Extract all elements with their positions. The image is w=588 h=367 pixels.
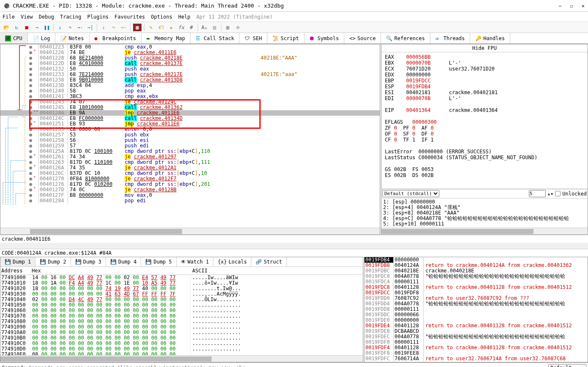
minimize-button[interactable]: — bbox=[558, 3, 561, 9]
tab-symbols[interactable]: ⬢Symbols bbox=[305, 33, 345, 43]
tab-callstack[interactable]: ☰Call Stack bbox=[191, 33, 240, 43]
bookmark-icon[interactable]: ★ bbox=[167, 24, 175, 31]
tab-script[interactable]: 📜Script bbox=[267, 33, 304, 43]
step-over-icon[interactable]: ↷ bbox=[66, 24, 74, 31]
tab-callstack-label: Call Stack bbox=[204, 35, 234, 41]
pause-icon[interactable]: ❚❚ bbox=[43, 24, 51, 31]
hex-row[interactable]: 774910E008 00 00 00 00 00 00 00 00 00 00… bbox=[0, 352, 363, 355]
tab-references[interactable]: 🔍References bbox=[381, 33, 430, 43]
stack-row[interactable]: 0019FDFC7606714Areturn to user32.7606714… bbox=[365, 356, 588, 362]
restart-icon[interactable]: ↻ bbox=[13, 24, 20, 31]
command-mode-select[interactable]: Default bbox=[548, 364, 586, 367]
svg-rect-3 bbox=[7, 7, 9, 8]
tab-threads-label: Threads bbox=[444, 35, 465, 41]
patches-icon[interactable]: ▦ bbox=[133, 24, 142, 31]
calling-convention-select[interactable]: Default (stdcall) bbox=[382, 190, 439, 197]
unlocked-label: Unlocked bbox=[562, 191, 587, 197]
log-icon: 📄 bbox=[33, 35, 39, 41]
callstack-icon: ☰ bbox=[196, 35, 201, 41]
maximize-button[interactable]: ☐ bbox=[570, 3, 573, 9]
tab-threads[interactable]: ⇉Threads bbox=[430, 33, 471, 43]
tab-seh-label: SEH bbox=[253, 35, 262, 41]
menu-debug[interactable]: Debug bbox=[39, 14, 54, 20]
tab-seh[interactable]: 🛡SEH bbox=[240, 33, 267, 43]
trace-over-icon[interactable]: ↷ bbox=[110, 24, 117, 31]
dump-tab-3[interactable]: 💾Dump 3 bbox=[71, 257, 106, 266]
tab-symbols-label: Symbols bbox=[318, 35, 339, 41]
tab-handles[interactable]: 🔑Handles bbox=[470, 33, 510, 43]
cpu-icon: ⬛ bbox=[5, 35, 11, 41]
stop-icon[interactable]: ■ bbox=[23, 24, 30, 31]
dump-pane[interactable]: 💾Dump 1 💾Dump 2 💾Dump 3 💾Dump 4 💾Dump 5 … bbox=[0, 257, 363, 362]
script-icon: 📜 bbox=[272, 35, 278, 41]
hash-icon[interactable]: # bbox=[188, 24, 195, 31]
threads-icon: ⇉ bbox=[436, 35, 441, 41]
disassembly-pane[interactable]: ●0040122383F8 00cmp eax,0●˅0040122674 BE… bbox=[0, 44, 380, 235]
menu-plugins[interactable]: Plugins bbox=[87, 14, 109, 20]
dump-tab-1[interactable]: 💾Dump 1 bbox=[0, 257, 35, 266]
menu-help[interactable]: Help bbox=[178, 14, 191, 20]
tab-handles-label: Handles bbox=[483, 35, 505, 41]
watch-tab[interactable]: 👁Watch 1 bbox=[177, 257, 214, 266]
menu-file[interactable]: File bbox=[3, 14, 15, 20]
tab-source[interactable]: <>Source bbox=[344, 33, 381, 43]
menu-options[interactable]: Options bbox=[151, 14, 172, 20]
menu-favourites[interactable]: Favourites bbox=[114, 14, 145, 20]
arg-line: 5: [esp+10] 00000111 bbox=[383, 221, 586, 227]
disasm-scrollbar[interactable] bbox=[0, 228, 380, 234]
tab-cpu-label: CPU bbox=[13, 35, 22, 41]
tab-memorymap[interactable]: ▬Memory Map bbox=[142, 33, 191, 43]
menu-view[interactable]: View bbox=[21, 14, 33, 20]
dump-tab-5[interactable]: 💾Dump 5 bbox=[141, 257, 176, 266]
tab-script-label: Script bbox=[280, 35, 299, 41]
disasm-row[interactable]: ●00401284pop edi bbox=[0, 198, 380, 204]
notes-icon: 📝 bbox=[60, 35, 66, 41]
trace-out-icon[interactable]: →· bbox=[120, 24, 128, 31]
run-to-icon[interactable]: →| bbox=[87, 24, 94, 31]
memory-icon: ▬ bbox=[147, 35, 152, 41]
trace-into-icon[interactable]: ↓ bbox=[100, 24, 107, 31]
label-icon[interactable]: 🏷 bbox=[157, 24, 165, 31]
struct-icon: 🧬 bbox=[256, 259, 262, 265]
comment-icon[interactable]: ✎ bbox=[147, 24, 155, 31]
registers-pane[interactable]: Hide FPU EAX 000056BBEBX 0000070B L'-'EC… bbox=[381, 44, 588, 235]
hex-header: Address Hex ASCII bbox=[0, 267, 363, 275]
struct-tab[interactable]: 🧬Struct bbox=[251, 257, 286, 266]
open-icon[interactable]: 📂 bbox=[3, 24, 10, 31]
tab-notes[interactable]: 📝Notes bbox=[55, 33, 89, 43]
font-icon[interactable]: A₂ bbox=[201, 24, 208, 31]
tab-breakpoints[interactable]: ●Breakpoints bbox=[90, 33, 142, 43]
tab-cpu[interactable]: ⬛CPU bbox=[0, 33, 28, 43]
watch-icon: 👁 bbox=[181, 259, 186, 265]
calculator-icon[interactable]: ▦ bbox=[224, 24, 231, 31]
dump-tab-4[interactable]: 💾Dump 4 bbox=[106, 257, 141, 266]
hex-scrollbar[interactable] bbox=[0, 355, 363, 362]
function-icon[interactable]: fx bbox=[177, 24, 185, 31]
settings-icon[interactable]: ⚙ bbox=[234, 24, 242, 31]
arg-line: 3: [esp+8] 0040218E "AAA" bbox=[383, 210, 586, 216]
step-into-icon[interactable]: ↓ bbox=[56, 24, 64, 31]
main-tabs: ⬛CPU 📄Log 📝Notes ●Breakpoints ▬Memory Ma… bbox=[0, 33, 588, 44]
run-icon[interactable]: → bbox=[33, 24, 41, 31]
close-button[interactable]: ✕ bbox=[582, 3, 585, 9]
locals-icon: {x} bbox=[218, 259, 227, 265]
locals-tab[interactable]: {x}Locals bbox=[213, 257, 251, 266]
command-input[interactable] bbox=[29, 365, 546, 367]
unlocked-checkbox[interactable] bbox=[555, 191, 561, 196]
layout-icon[interactable]: ▤ bbox=[211, 24, 218, 31]
dump-icon: 💾 bbox=[145, 259, 152, 265]
stack-pane[interactable]: 0019FDB4000000000019FDB80040124Areturn t… bbox=[364, 257, 588, 362]
toolbar: 📂 ↻ ■ → ❚❚ ↓ ↷ →· →| ↓ ↷ →· ▦ ✎ 🏷 ★ fx #… bbox=[0, 22, 588, 33]
hide-fpu-button[interactable]: Hide FPU bbox=[381, 44, 588, 52]
dump-icon: 💾 bbox=[5, 259, 11, 265]
titlebar: CRACKME.EXE - PID: 13328 - Module: crack… bbox=[0, 0, 588, 12]
tab-notes-label: Notes bbox=[68, 35, 84, 41]
args-scrollbar[interactable] bbox=[381, 228, 588, 234]
step-out-icon[interactable]: →· bbox=[76, 24, 84, 31]
tab-log[interactable]: 📄Log bbox=[28, 33, 56, 43]
menu-tracing[interactable]: Tracing bbox=[60, 14, 82, 20]
spinner-icon[interactable]: ▴▾ bbox=[547, 191, 553, 197]
dump-icon: 💾 bbox=[75, 259, 82, 265]
arg-count-input[interactable] bbox=[529, 190, 546, 197]
dump-tab-2[interactable]: 💾Dump 2 bbox=[35, 257, 71, 266]
